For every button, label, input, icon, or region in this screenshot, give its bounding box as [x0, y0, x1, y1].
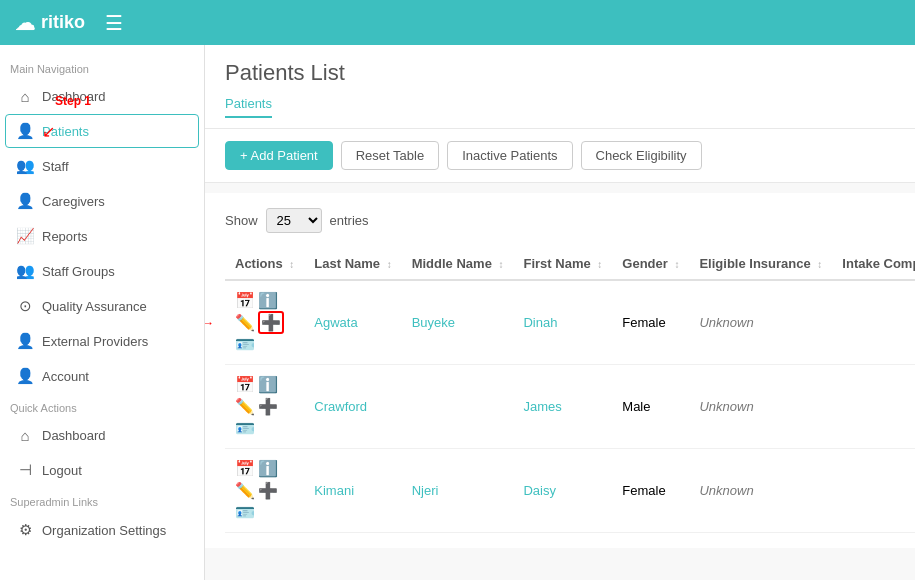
- col-gender-label: Gender: [622, 256, 668, 271]
- eligible-insurance-cell: Unknown: [689, 365, 832, 449]
- sidebar-item-patients[interactable]: 👤 Patients: [5, 114, 199, 148]
- entries-select[interactable]: 10 25 50 100: [266, 208, 322, 233]
- sidebar-item-external-providers[interactable]: 👤 External Providers: [5, 324, 199, 358]
- gender-cell: Female: [612, 280, 689, 365]
- inactive-patients-button[interactable]: Inactive Patients: [447, 141, 572, 170]
- add-patient-icon[interactable]: ➕: [258, 311, 284, 334]
- sidebar-item-quality-assurance[interactable]: ⊙ Quality Assurance: [5, 289, 199, 323]
- sidebar-item-logout[interactable]: ⊣ Logout: [5, 453, 199, 487]
- first-name-cell[interactable]: Daisy: [513, 449, 612, 533]
- col-middle-name-label: Middle Name: [412, 256, 492, 271]
- step1-label: Step 1: [55, 94, 91, 108]
- middle-name-cell: Njeri: [402, 449, 514, 533]
- sidebar-item-label: Caregivers: [42, 194, 105, 209]
- sidebar-item-label: Organization Settings: [42, 523, 166, 538]
- quality-assurance-icon: ⊙: [16, 297, 34, 315]
- reports-icon: 📈: [16, 227, 34, 245]
- last-name-cell[interactable]: Kimani: [304, 449, 401, 533]
- sort-icon-middle-name: ↕: [498, 259, 503, 270]
- step2-container: Step 2 → ➕: [258, 313, 284, 332]
- col-gender: Gender ↕: [612, 248, 689, 280]
- reset-table-button[interactable]: Reset Table: [341, 141, 439, 170]
- check-eligibility-button[interactable]: Check Eligibility: [581, 141, 702, 170]
- add-patient-icon[interactable]: ➕: [258, 481, 278, 500]
- sidebar-item-staff-groups[interactable]: 👥 Staff Groups: [5, 254, 199, 288]
- edit-icon[interactable]: ✏️: [235, 481, 255, 500]
- col-eligible-insurance: Eligible Insurance ↕: [689, 248, 832, 280]
- table-row: 📅 ℹ️ ✏️ ➕ 🪪 Crawford James Male Unknown: [225, 365, 915, 449]
- info-icon[interactable]: ℹ️: [258, 375, 278, 394]
- sidebar-item-label: Account: [42, 369, 89, 384]
- action-icons-row2: 📅 ℹ️ ✏️ ➕ 🪪: [235, 375, 294, 438]
- sidebar-item-dashboard[interactable]: ⌂ Dashboard: [5, 80, 199, 113]
- info-icon[interactable]: ℹ️: [258, 291, 278, 310]
- external-providers-icon: 👤: [16, 332, 34, 350]
- intake-compl-cell: [832, 280, 915, 365]
- sidebar-item-label: Dashboard: [42, 428, 106, 443]
- col-first-name-label: First Name: [523, 256, 590, 271]
- calendar-icon[interactable]: 📅: [235, 459, 255, 478]
- logo-icon: ☁: [15, 11, 35, 35]
- breadcrumb: Patients: [225, 96, 272, 118]
- qa-dashboard-icon: ⌂: [16, 427, 34, 444]
- calendar-icon[interactable]: 📅: [235, 291, 255, 310]
- caregivers-icon: 👤: [16, 192, 34, 210]
- main-content: Patients List Patients + Add Patient Res…: [205, 45, 915, 580]
- action-icons-row1: 📅 ℹ️ ✏️ Step 2 → ➕ 🪪: [235, 291, 294, 354]
- gender-cell: Male: [612, 365, 689, 449]
- col-middle-name: Middle Name ↕: [402, 248, 514, 280]
- col-last-name-label: Last Name: [314, 256, 380, 271]
- logout-icon: ⊣: [16, 461, 34, 479]
- edit-icon[interactable]: ✏️: [235, 313, 255, 332]
- add-patient-button[interactable]: + Add Patient: [225, 141, 333, 170]
- add-patient-icon[interactable]: ➕: [258, 397, 278, 416]
- sidebar-item-qa-dashboard[interactable]: ⌂ Dashboard: [5, 419, 199, 452]
- actions-cell: 📅 ℹ️ ✏️ Step 2 → ➕ 🪪: [225, 280, 304, 365]
- col-actions: Actions ↕: [225, 248, 304, 280]
- eligible-insurance-cell: Unknown: [689, 449, 832, 533]
- page-title: Patients List: [225, 60, 895, 86]
- step2-label: Step 2 →: [205, 316, 214, 330]
- show-label: Show: [225, 213, 258, 228]
- entries-label: entries: [330, 213, 369, 228]
- sidebar-item-caregivers[interactable]: 👤 Caregivers: [5, 184, 199, 218]
- id-card-icon[interactable]: 🪪: [235, 419, 255, 438]
- logo-text: ritiko: [41, 12, 85, 33]
- sidebar-item-reports[interactable]: 📈 Reports: [5, 219, 199, 253]
- main-header: Patients List Patients: [205, 45, 915, 129]
- sidebar-item-account[interactable]: 👤 Account: [5, 359, 199, 393]
- first-name-cell[interactable]: Dinah: [513, 280, 612, 365]
- main-nav-label: Main Navigation: [0, 55, 204, 79]
- table-area: Show 10 25 50 100 entries Actions ↕: [205, 193, 915, 548]
- id-card-icon[interactable]: 🪪: [235, 335, 255, 354]
- hamburger-icon[interactable]: ☰: [105, 11, 123, 35]
- last-name-cell[interactable]: Crawford: [304, 365, 401, 449]
- gender-cell: Female: [612, 449, 689, 533]
- middle-name-cell: Buyeke: [402, 280, 514, 365]
- app-header: ☁ ritiko ☰: [0, 0, 915, 45]
- info-icon[interactable]: ℹ️: [258, 459, 278, 478]
- sidebar-item-org-settings[interactable]: ⚙ Organization Settings: [5, 513, 199, 547]
- eligible-insurance-cell: Unknown: [689, 280, 832, 365]
- col-actions-label: Actions: [235, 256, 283, 271]
- id-card-icon[interactable]: 🪪: [235, 503, 255, 522]
- sort-icon-actions: ↕: [289, 259, 294, 270]
- col-last-name: Last Name ↕: [304, 248, 401, 280]
- sidebar-item-label: External Providers: [42, 334, 148, 349]
- table-row: 📅 ℹ️ ✏️ ➕ 🪪 Kimani Njeri Daisy Female Un…: [225, 449, 915, 533]
- edit-icon[interactable]: ✏️: [235, 397, 255, 416]
- toolbar: + Add Patient Reset Table Inactive Patie…: [205, 129, 915, 183]
- sidebar-item-staff[interactable]: 👥 Staff: [5, 149, 199, 183]
- col-intake-compl-label: Intake Compl: [842, 256, 915, 271]
- account-icon: 👤: [16, 367, 34, 385]
- patients-icon: 👤: [16, 122, 34, 140]
- col-first-name: First Name ↕: [513, 248, 612, 280]
- sidebar-item-label: Logout: [42, 463, 82, 478]
- last-name-cell[interactable]: Agwata: [304, 280, 401, 365]
- org-settings-icon: ⚙: [16, 521, 34, 539]
- calendar-icon[interactable]: 📅: [235, 375, 255, 394]
- show-entries: Show 10 25 50 100 entries: [225, 208, 895, 233]
- first-name-cell[interactable]: James: [513, 365, 612, 449]
- intake-compl-cell: [832, 365, 915, 449]
- main-layout: Main Navigation ⌂ Dashboard Step 1 ↙ 👤 P…: [0, 45, 915, 580]
